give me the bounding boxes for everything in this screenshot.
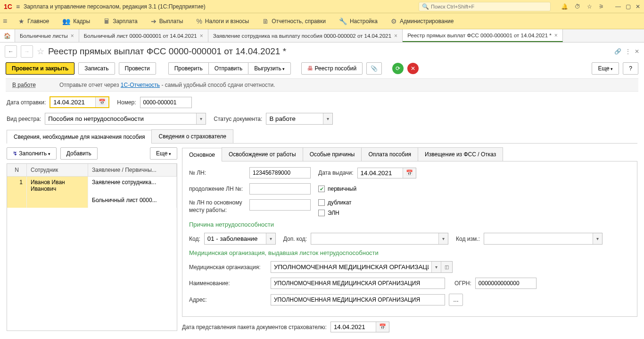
- send-button[interactable]: Отправить: [208, 62, 248, 75]
- chg-code-select[interactable]: ▾: [484, 233, 603, 245]
- tab-payment[interactable]: Оплата пособия: [361, 147, 418, 161]
- submit-date-input[interactable]: 📅: [330, 322, 389, 332]
- minimize-icon[interactable]: —: [615, 3, 621, 10]
- global-search[interactable]: 🔍: [419, 2, 551, 11]
- addr-input[interactable]: [271, 294, 445, 305]
- close-icon[interactable]: ✕: [636, 3, 640, 10]
- tab-insurer-info[interactable]: Сведения о страхователе: [151, 129, 233, 143]
- menu-burger-icon[interactable]: ≡: [3, 17, 7, 25]
- ogrn-input[interactable]: [475, 278, 537, 289]
- type-select[interactable]: ▾: [45, 113, 206, 125]
- med-org-select[interactable]: ▾ ◫: [271, 261, 453, 273]
- maximize-icon[interactable]: ▢: [626, 3, 631, 10]
- nav-back-button[interactable]: ←: [5, 45, 17, 58]
- report-link[interactable]: 1С-Отчетность: [121, 82, 160, 88]
- number-input[interactable]: [140, 97, 192, 108]
- tab-sick-lists[interactable]: Больничные листы×: [15, 29, 79, 42]
- issue-date-input[interactable]: 📅: [357, 168, 416, 178]
- tab-benefit-info[interactable]: Сведения, необходимые для назначения пос…: [7, 130, 152, 144]
- tab-special[interactable]: Особые причины: [303, 147, 362, 161]
- filter-icon[interactable]: ⚞: [599, 3, 604, 10]
- home-icon: 🏠: [4, 33, 11, 39]
- search-input[interactable]: [431, 4, 547, 9]
- ln-input[interactable]: [249, 167, 311, 178]
- more-button[interactable]: Еще: [150, 147, 177, 160]
- bell-icon[interactable]: 🔔: [561, 3, 568, 10]
- calendar-icon[interactable]: 📅: [403, 168, 416, 178]
- help-button[interactable]: ?: [623, 62, 638, 75]
- doc-status-select[interactable]: ▾: [266, 113, 333, 125]
- more-button[interactable]: Еще: [592, 62, 619, 75]
- tab-registry[interactable]: Реестр прямых выплат ФСС 0000-000001 от …: [403, 29, 563, 42]
- chevron-down-icon[interactable]: ▾: [323, 113, 332, 124]
- document-tabs: 🏠 Больничные листы× Больничный лист 0000…: [0, 29, 644, 42]
- check-button[interactable]: Проверить: [168, 62, 208, 75]
- post-button[interactable]: Провести: [119, 62, 156, 75]
- chevron-down-icon[interactable]: ▾: [438, 233, 448, 244]
- menu-icon[interactable]: ≡: [16, 3, 20, 10]
- attach-button[interactable]: 📎: [366, 62, 382, 75]
- post-and-close-button[interactable]: Провести и закрыть: [6, 62, 74, 75]
- cont-ln-input[interactable]: [249, 183, 311, 195]
- nav-forward-button[interactable]: →: [21, 45, 33, 58]
- eln-checkbox[interactable]: [318, 210, 325, 216]
- menu-salary[interactable]: 🖩Зарплата: [98, 16, 143, 27]
- refresh-button[interactable]: ⟳: [392, 63, 404, 74]
- chevron-down-icon[interactable]: ▾: [196, 113, 206, 124]
- registry-button[interactable]: 🖶 Реестр пособий: [301, 62, 363, 75]
- add-button[interactable]: Добавить: [60, 147, 98, 160]
- tab-notice[interactable]: Извещение из ФСС / Отказ: [418, 147, 503, 161]
- menu-admin[interactable]: ⚙Администрирование: [385, 16, 459, 27]
- send-date-label: Дата отправки:: [7, 99, 46, 106]
- primary-checkbox[interactable]: [318, 186, 325, 192]
- tab-release[interactable]: Освобождение от работы: [222, 147, 303, 161]
- tab-application[interactable]: Заявление сотрудника на выплату пособия …: [208, 29, 403, 42]
- menu-main[interactable]: ★Главное: [13, 16, 55, 27]
- open-icon[interactable]: ◫: [441, 262, 452, 272]
- code-select[interactable]: ▾: [204, 233, 276, 245]
- menu-taxes[interactable]: %Налоги и взносы: [190, 16, 255, 27]
- calendar-icon[interactable]: 📅: [376, 322, 389, 332]
- close-icon[interactable]: ×: [554, 32, 558, 39]
- duplicate-checkbox[interactable]: [318, 199, 325, 206]
- favorite-icon[interactable]: ☆: [37, 46, 44, 57]
- table-row[interactable]: Больничный лист 0000...: [7, 195, 177, 208]
- cancel-button[interactable]: ✕: [407, 63, 419, 74]
- close-icon[interactable]: ×: [71, 33, 74, 39]
- left-panel: ↯ Заполнить Добавить Еще N Сотрудник Зая…: [7, 144, 177, 332]
- more-icon[interactable]: ⋮: [625, 48, 631, 55]
- tab-sick-sheet[interactable]: Больничный лист 0000-000001 от 14.04.202…: [79, 29, 208, 42]
- close-icon[interactable]: ×: [394, 33, 397, 39]
- menu-payments[interactable]: ➔Выплаты: [145, 16, 189, 27]
- star-icon[interactable]: ☆: [587, 3, 592, 10]
- send-date-input[interactable]: 📅: [50, 96, 109, 108]
- link-icon[interactable]: 🔗: [614, 48, 621, 55]
- save-button[interactable]: Записать: [78, 62, 115, 75]
- home-tab[interactable]: 🏠: [0, 29, 15, 42]
- chevron-down-icon[interactable]: ▾: [266, 233, 275, 244]
- main-menu: ≡ ★Главное 👥Кадры 🖩Зарплата ➔Выплаты %На…: [0, 13, 644, 29]
- menu-reports[interactable]: 🗎Отчетность, справки: [256, 16, 331, 27]
- calendar-icon[interactable]: 📅: [95, 97, 108, 107]
- people-icon: 👥: [62, 17, 70, 25]
- chevron-down-icon[interactable]: ▾: [593, 233, 602, 244]
- fill-button[interactable]: ↯ Заполнить: [7, 147, 57, 160]
- menu-personnel[interactable]: 👥Кадры: [57, 16, 96, 27]
- name-input[interactable]: [271, 278, 445, 289]
- bottom-row: Дата представления пакета документов стр…: [182, 322, 637, 332]
- table-row[interactable]: 1 Иванов Иван Иванович Заявление сотрудн…: [7, 177, 177, 195]
- add-code-select[interactable]: ▾: [311, 233, 448, 245]
- export-button[interactable]: Выгрузить: [248, 62, 291, 75]
- main-ln-input[interactable]: [249, 199, 311, 211]
- history-icon[interactable]: ⏱: [575, 3, 580, 10]
- ln-label: № ЛН:: [189, 170, 246, 176]
- addr-edit-button[interactable]: …: [449, 294, 463, 306]
- tab-main[interactable]: Основное: [182, 148, 222, 161]
- wrench-icon: 🔧: [339, 17, 347, 25]
- menu-settings[interactable]: 🔧Настройка: [333, 16, 383, 27]
- chevron-down-icon[interactable]: ▾: [431, 262, 441, 272]
- close-page-icon[interactable]: ✕: [635, 48, 639, 55]
- code-label: Код:: [189, 236, 200, 242]
- table-header: N Сотрудник Заявление / Первичны...: [7, 164, 177, 177]
- close-icon[interactable]: ×: [200, 33, 203, 39]
